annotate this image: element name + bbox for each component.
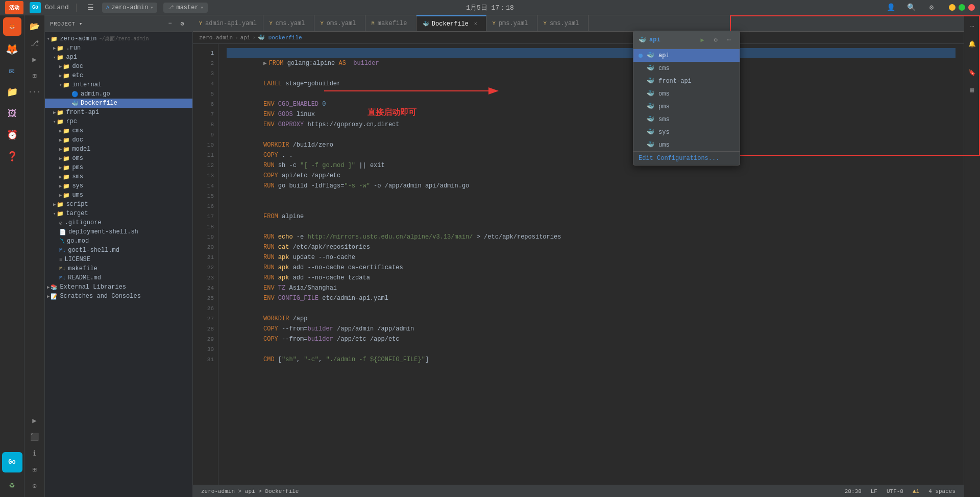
tree-api-etc[interactable]: ▶ 📁 etc (45, 71, 192, 80)
tree-run[interactable]: ▶ 📁 .run (45, 43, 192, 53)
folder-panel-icon[interactable]: 📂 (28, 19, 42, 34)
tree-external-libs[interactable]: ▶ 📚 External Libraries (45, 282, 192, 292)
project-selector[interactable]: A zero-admin ▾ (102, 3, 158, 13)
components-panel-icon[interactable]: ⊞ (28, 68, 42, 83)
tree-license[interactable]: ≡ LICENSE (45, 255, 192, 264)
run-bottom-icon[interactable]: ▶ (28, 413, 42, 428)
firefox-icon[interactable]: 🦊 (2, 39, 22, 59)
ln19: 19 (193, 232, 218, 242)
activities-button[interactable]: 活动 (5, 1, 23, 14)
tree-script[interactable]: ▶ 📁 script (45, 200, 192, 209)
tab-pms-yaml[interactable]: Y pms.yaml (486, 15, 537, 32)
tree-rpc-sms[interactable]: ▶ 📁 sms (45, 172, 192, 181)
settings-bottom-icon[interactable]: ⊙ (28, 479, 42, 493)
minimize-button[interactable] (949, 4, 955, 11)
help-icon[interactable]: ❓ (2, 146, 22, 167)
git-panel-icon[interactable]: ⎇ (28, 36, 42, 50)
tree-api[interactable]: ▾ 📁 api (45, 53, 192, 62)
tree-admin-go[interactable]: 🔵 admin.go (45, 89, 192, 99)
tab-dockerfile[interactable]: 🐳 Dockerfile × (416, 15, 486, 32)
config-more-btn[interactable]: ⋯ (723, 34, 734, 45)
tab-oms-yaml[interactable]: Y oms.yaml (314, 15, 365, 32)
debug-icon[interactable]: ℹ (28, 446, 42, 460)
tree-rpc-ums[interactable]: ▶ 📁 ums (45, 191, 192, 200)
settings-icon[interactable]: ⚙ (924, 1, 939, 15)
terminal-icon[interactable]: ⬛ (28, 430, 42, 444)
tab-admin-api-yaml[interactable]: Y admin-api.yaml (193, 15, 263, 32)
tree-scratches[interactable]: ▶ 📝 Scratches and Consoles (45, 292, 192, 301)
run-panel-icon[interactable]: ▶ (28, 52, 42, 66)
sidebar-actions: − ⚙ (165, 18, 187, 29)
right-panel-bookmark[interactable]: 🔖 (965, 65, 979, 80)
sidebar-gear-icon[interactable]: ⚙ (177, 18, 187, 29)
config-item-api[interactable]: 🐳 api (633, 49, 740, 62)
tree-rpc-model[interactable]: ▶ 📁 model (45, 145, 192, 154)
maximize-button[interactable] (959, 4, 965, 11)
code-content[interactable]: ▶FROM golang:alpine AS builder LABEL sta… (218, 44, 964, 485)
tree-readme[interactable]: M↓ README.md (45, 273, 192, 282)
more-panel-icon[interactable]: ··· (28, 85, 42, 99)
status-line-ending[interactable]: LF (869, 488, 879, 494)
tree-api-internal[interactable]: ▾ 📁 internal (45, 80, 192, 89)
config-item-sms[interactable]: 🐳 sms (633, 113, 740, 126)
status-branch[interactable]: zero-admin > api > Dockerfile (199, 488, 301, 494)
status-indent[interactable]: 4 spaces (926, 488, 958, 494)
sidebar-tree: ▾ 📁 zero-admin ~/桌面/zero-admin ▶ 📁 .run … (45, 32, 192, 497)
image-icon[interactable]: 🖼 (2, 103, 22, 124)
search-icon[interactable]: 🔍 (904, 1, 918, 15)
goland-icon[interactable]: Go (2, 452, 22, 472)
right-panel-table[interactable]: ▦ (965, 83, 979, 97)
hamburger-menu[interactable]: ☰ (84, 1, 98, 15)
config-item-front-api[interactable]: 🐳 front-api (633, 75, 740, 87)
breadcrumb-root[interactable]: zero-admin (199, 35, 233, 41)
ubuntu-icon[interactable]: 🦊 (3, 17, 21, 36)
app-list-icon[interactable]: ⊞ (28, 462, 42, 477)
close-button[interactable] (968, 4, 975, 11)
config-item-cms[interactable]: 🐳 cms (633, 62, 740, 75)
tree-deploy-sh[interactable]: 📄 deployment-shell.sh (45, 227, 192, 236)
tree-gitignore[interactable]: ⊘ .gitignore (45, 218, 192, 227)
breadcrumb-file[interactable]: 🐳 Dockerfile (258, 34, 302, 41)
config-item-pms[interactable]: 🐳 pms (633, 100, 740, 113)
tab-cms-yaml[interactable]: Y cms.yaml (263, 15, 314, 32)
mail-icon[interactable]: ✉ (2, 60, 22, 81)
status-line-col[interactable]: 28:38 (843, 488, 864, 494)
config-item-oms[interactable]: 🐳 oms (633, 87, 740, 100)
right-panel-more[interactable]: ⋯ (965, 19, 979, 34)
tree-root[interactable]: ▾ 📁 zero-admin ~/桌面/zero-admin (45, 34, 192, 43)
files-icon[interactable]: 📁 (2, 82, 22, 102)
status-encoding[interactable]: UTF-8 (885, 488, 905, 494)
tab5-close[interactable]: × (472, 20, 480, 28)
run-btn[interactable]: ▶ (697, 34, 708, 45)
edit-configs-link[interactable]: Edit Configurations... (633, 151, 740, 165)
tree-rpc-doc[interactable]: ▶ 📁 doc (45, 135, 192, 145)
config-item-ums[interactable]: 🐳 ums (633, 138, 740, 151)
bottom-panel-icons: ▶ ⬛ ℹ ⊞ ⊙ (28, 413, 42, 493)
recycle-icon[interactable]: ♻ (2, 475, 22, 495)
config-item-sys[interactable]: 🐳 sys (633, 126, 740, 138)
tree-front-api[interactable]: ▶ 📁 front-api (45, 108, 192, 117)
run-gutter[interactable]: ▶ (263, 60, 267, 66)
user-icon[interactable]: 👤 (884, 1, 898, 15)
branch-selector[interactable]: ⎇ master ▾ (163, 3, 207, 13)
tree-rpc[interactable]: ▾ 📁 rpc (45, 117, 192, 126)
clock-icon[interactable]: ⏰ (2, 125, 22, 145)
tree-rpc-pms[interactable]: ▶ 📁 pms (45, 163, 192, 172)
sidebar-collapse-icon[interactable]: − (165, 18, 175, 29)
tree-api-doc[interactable]: ▶ 📁 doc (45, 62, 192, 71)
tree-rpc-cms[interactable]: ▶ 📁 cms (45, 126, 192, 135)
tree-rpc-oms[interactable]: ▶ 📁 oms (45, 154, 192, 163)
tree-goctl-md[interactable]: M↓ goctl-shell.md (45, 246, 192, 255)
tab-makefile[interactable]: M makefile (365, 15, 416, 32)
right-panel-bell[interactable]: 🔔 (965, 37, 979, 51)
config-build-btn[interactable]: ⚙ (710, 34, 721, 45)
tree-dockerfile[interactable]: 🐳 Dockerfile (45, 99, 192, 108)
tree-target[interactable]: ▾ 📁 target (45, 209, 192, 218)
tree-rpc-sys[interactable]: ▶ 📁 sys (45, 181, 192, 191)
status-warnings[interactable]: ▲1 (911, 488, 921, 494)
breadcrumb-api[interactable]: api (240, 35, 251, 41)
tab2-label: cms.yaml (276, 20, 305, 27)
tab-sms-yaml[interactable]: Y sms.yaml (537, 15, 589, 32)
tree-gomod[interactable]: 〽 go.mod (45, 236, 192, 246)
tree-makefile[interactable]: M↓ makefile (45, 264, 192, 273)
